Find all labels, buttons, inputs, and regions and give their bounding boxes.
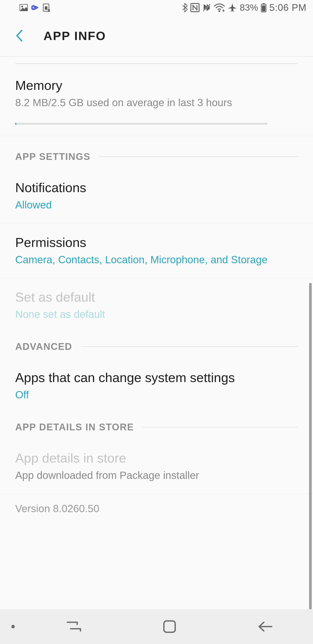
home-icon [163,620,177,634]
airplane-icon [228,3,237,12]
status-bar: 83% 5:06 PM [0,0,313,15]
permissions-title: Permissions [15,234,298,251]
set-default-value: None set as default [15,308,298,322]
sim-off-icon [43,3,50,12]
store-details-value: App downloaded from Package installer [15,468,298,482]
recents-button[interactable] [65,620,83,633]
page-title: APP INFO [43,29,106,43]
row-store-details: App details in store App downloaded from… [0,439,313,494]
gallery-icon [19,4,28,11]
notifications-value: Allowed [15,198,298,212]
version-text: Version 8.0260.50 [0,494,313,519]
battery-percent: 83% [240,2,258,13]
nav-indicator-dot [11,625,15,628]
chevron-left-icon [15,30,23,42]
recents-icon [65,620,83,633]
bluetooth-icon [182,3,188,12]
title-bar: APP INFO [0,15,313,56]
sys-settings-title: Apps that can change system settings [15,370,298,386]
permissions-value: Camera, Contacts, Location, Microphone, … [15,253,298,267]
memory-title: Memory [15,77,298,94]
memory-progress-fill [15,123,16,125]
section-label: APP SETTINGS [15,151,90,162]
nfc-icon [190,3,200,12]
memory-subtitle: 8.2 MB/2.5 GB used on average in last 3 … [15,96,298,110]
section-app-details-store: APP DETAILS IN STORE [0,413,313,439]
svg-point-1 [21,6,23,8]
row-memory[interactable]: Memory 8.2 MB/2.5 GB used on average in … [0,64,313,136]
notifications-title: Notifications [15,180,298,196]
row-notifications[interactable]: Notifications Allowed [0,168,313,224]
section-label: ADVANCED [15,341,72,352]
status-right: 83% 5:06 PM [182,2,307,13]
mute-icon [202,3,211,12]
svg-point-2 [33,7,34,8]
svg-point-10 [218,10,220,12]
memory-progress [15,123,267,125]
scrollbar-thumb[interactable] [309,283,312,614]
home-button[interactable] [163,620,177,634]
section-advanced: ADVANCED [0,332,313,358]
row-set-default: Set as default None set as default [0,278,313,332]
content-scroll[interactable]: Memory 8.2 MB/2.5 GB used on average in … [0,63,313,519]
svg-rect-4 [45,6,47,10]
status-left [6,3,50,12]
row-permissions[interactable]: Permissions Camera, Contacts, Location, … [0,224,313,278]
sys-settings-value: Off [15,388,298,402]
clock-text: 5:06 PM [269,2,307,13]
svg-rect-12 [263,3,265,4]
nav-bar [0,609,313,644]
svg-rect-14 [164,621,175,632]
back-button[interactable] [15,30,28,42]
section-line [81,346,298,347]
arrow-left-icon [257,620,273,633]
nav-back-button[interactable] [257,620,273,633]
tag-icon [31,4,39,11]
svg-rect-13 [262,6,265,11]
set-default-title: Set as default [15,289,298,305]
section-label: APP DETAILS IN STORE [15,422,134,432]
section-line [99,156,298,157]
section-line [143,427,298,427]
row-sys-settings[interactable]: Apps that can change system settings Off [0,358,313,413]
battery-icon [261,3,267,12]
section-app-settings: APP SETTINGS [0,136,313,168]
wifi-icon [214,3,225,12]
store-details-title: App details in store [15,450,298,466]
